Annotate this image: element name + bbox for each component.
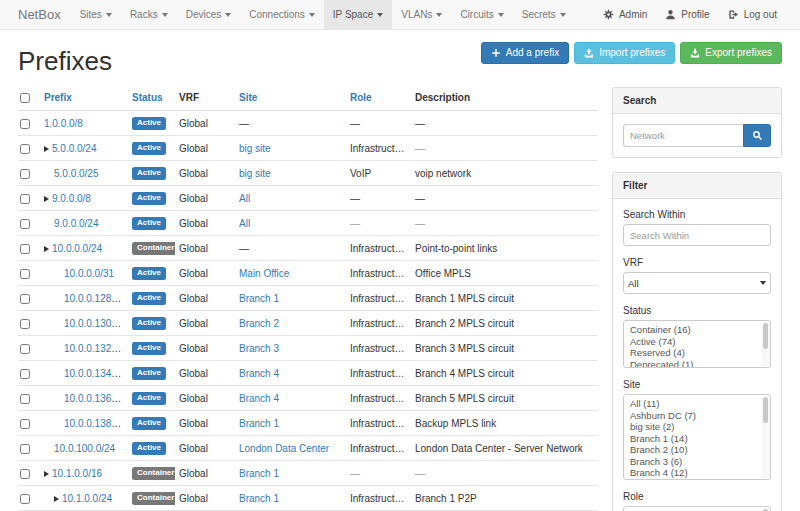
- site-link[interactable]: All: [239, 193, 250, 204]
- prefix-link[interactable]: 10.0.0.134/31: [64, 368, 125, 379]
- site-link[interactable]: Branch 1: [239, 293, 279, 304]
- nav-item-label: Secrets: [522, 9, 556, 20]
- status-badge: Active: [132, 392, 166, 405]
- row-checkbox[interactable]: [20, 294, 30, 304]
- listbox-option[interactable]: Reserved (4): [630, 347, 758, 359]
- row-checkbox[interactable]: [20, 194, 30, 204]
- row-checkbox[interactable]: [20, 319, 30, 329]
- prefix-link[interactable]: 10.0.100.0/24: [54, 443, 115, 454]
- import-prefixes-button[interactable]: Import prefixes: [574, 42, 675, 64]
- caret-down-icon: [560, 13, 566, 17]
- site-link[interactable]: Main Office: [239, 268, 289, 279]
- column-header-status[interactable]: Status: [128, 87, 175, 111]
- search-panel-title: Search: [613, 88, 781, 114]
- listbox-option[interactable]: Ashburn DC (7): [630, 410, 758, 422]
- listbox-option[interactable]: Branch 4 (12): [630, 467, 758, 479]
- nav-item-admin[interactable]: Admin: [594, 0, 656, 29]
- site-link[interactable]: Branch 2: [239, 318, 279, 329]
- listbox-option[interactable]: Container (16): [630, 324, 758, 336]
- status-listbox[interactable]: Container (16)Active (74)Reserved (4)Dep…: [623, 320, 771, 368]
- search-button[interactable]: [743, 124, 771, 147]
- button-label: Add a prefix: [506, 47, 559, 59]
- prefix-link[interactable]: 10.0.0.128/31: [64, 293, 125, 304]
- nav-item-vlans[interactable]: VLANs: [392, 0, 451, 29]
- prefix-link[interactable]: 5.0.0.0/24: [52, 143, 96, 154]
- row-checkbox[interactable]: [20, 119, 30, 129]
- site-link[interactable]: Branch 1: [239, 418, 279, 429]
- listbox-option[interactable]: Branch 3 (6): [630, 456, 758, 468]
- row-checkbox[interactable]: [20, 369, 30, 379]
- nav-item-circuits[interactable]: Circuits: [451, 0, 512, 29]
- prefix-link[interactable]: 9.0.0.0/8: [52, 193, 91, 204]
- row-checkbox[interactable]: [20, 344, 30, 354]
- column-header-site[interactable]: Site: [235, 87, 346, 111]
- export-prefixes-button[interactable]: Export prefixes: [680, 42, 782, 64]
- site-link[interactable]: big site: [239, 143, 271, 154]
- nav-item-log-out[interactable]: Log out: [719, 0, 786, 29]
- row-checkbox[interactable]: [20, 244, 30, 254]
- site-link[interactable]: Branch 3: [239, 343, 279, 354]
- site-link[interactable]: All: [239, 218, 250, 229]
- listbox-option[interactable]: Deprecated (1): [630, 359, 758, 369]
- nav-item-racks[interactable]: Racks: [121, 0, 177, 29]
- nav-item-sites[interactable]: Sites: [71, 0, 121, 29]
- row-checkbox[interactable]: [20, 419, 30, 429]
- table-row: 10.1.0.0/24ContainerGlobalBranch 1Infras…: [18, 486, 598, 511]
- nav-item-devices[interactable]: Devices: [177, 0, 241, 29]
- site-listbox[interactable]: All (11)Ashburn DC (7)big site (2)Branch…: [623, 394, 771, 480]
- prefix-link[interactable]: 10.0.0.138/31: [64, 418, 125, 429]
- prefix-link[interactable]: 10.1.0.0/24: [62, 493, 112, 504]
- row-checkbox[interactable]: [20, 269, 30, 279]
- role-cell: —: [346, 186, 411, 211]
- column-header-prefix[interactable]: Prefix: [40, 87, 128, 111]
- prefix-link[interactable]: 10.0.0.0/31: [64, 268, 114, 279]
- role-listbox[interactable]: Infrastructure (25)Management (8)Private…: [623, 506, 771, 511]
- site-cell: Branch 4: [235, 361, 346, 386]
- row-checkbox[interactable]: [20, 444, 30, 454]
- row-checkbox[interactable]: [20, 144, 30, 154]
- site-link[interactable]: big site: [239, 168, 271, 179]
- add-a-prefix-button[interactable]: Add a prefix: [481, 42, 569, 64]
- nav-item-ip-space[interactable]: IP Space: [324, 0, 392, 29]
- site-link[interactable]: Branch 1: [239, 468, 279, 479]
- row-checkbox[interactable]: [20, 169, 30, 179]
- row-checkbox[interactable]: [20, 469, 30, 479]
- search-within-input[interactable]: [623, 224, 771, 246]
- nav-item-profile[interactable]: Profile: [656, 0, 718, 29]
- site-link[interactable]: Branch 1: [239, 493, 279, 504]
- row-checkbox[interactable]: [20, 494, 30, 504]
- listbox-scrollbar[interactable]: [762, 322, 769, 366]
- prefix-link[interactable]: 10.0.0.132/31: [64, 343, 125, 354]
- listbox-option[interactable]: Branch 2 (10): [630, 444, 758, 456]
- caret-down-icon: [162, 13, 168, 17]
- scrollbar-thumb[interactable]: [763, 323, 768, 349]
- nav-item-secrets[interactable]: Secrets: [513, 0, 575, 29]
- listbox-scrollbar[interactable]: [762, 396, 769, 478]
- listbox-option[interactable]: Branch 5 (7): [630, 479, 758, 481]
- nav-item-connections[interactable]: Connections: [240, 0, 324, 29]
- vrf-select[interactable]: All: [623, 272, 771, 294]
- table-row: 10.0.0.136/31ActiveGlobalBranch 4Infrast…: [18, 386, 598, 411]
- site-link[interactable]: London Data Center: [239, 443, 329, 454]
- row-checkbox[interactable]: [20, 394, 30, 404]
- site-link[interactable]: Branch 4: [239, 368, 279, 379]
- prefix-link[interactable]: 10.1.0.0/16: [52, 468, 102, 479]
- site-link[interactable]: Branch 4: [239, 393, 279, 404]
- netbox-brand[interactable]: NetBox: [14, 0, 71, 29]
- prefix-link[interactable]: 10.0.0.136/31: [64, 393, 125, 404]
- listbox-option[interactable]: Active (74): [630, 336, 758, 348]
- scrollbar-thumb[interactable]: [763, 397, 768, 423]
- listbox-option[interactable]: big site (2): [630, 421, 758, 433]
- prefix-link[interactable]: 10.0.0.130/31: [64, 318, 125, 329]
- listbox-option[interactable]: Branch 1 (14): [630, 433, 758, 445]
- select-all-checkbox[interactable]: [20, 93, 30, 103]
- search-input[interactable]: [623, 124, 743, 147]
- status-badge: Active: [132, 117, 166, 130]
- prefix-link[interactable]: 5.0.0.0/25: [54, 168, 98, 179]
- listbox-option[interactable]: All (11): [630, 398, 758, 410]
- prefix-link[interactable]: 9.0.0.0/24: [54, 218, 98, 229]
- row-checkbox[interactable]: [20, 219, 30, 229]
- prefix-link[interactable]: 10.0.0.0/24: [52, 243, 102, 254]
- column-header-role[interactable]: Role: [346, 87, 411, 111]
- prefix-link[interactable]: 1.0.0.0/8: [44, 118, 83, 129]
